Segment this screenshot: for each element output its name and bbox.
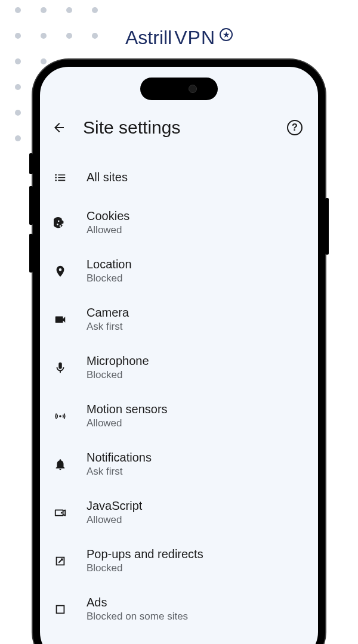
- setting-popups[interactable]: Pop-ups and redirects Blocked: [46, 537, 312, 585]
- setting-all-sites[interactable]: All sites: [46, 156, 312, 199]
- setting-javascript[interactable]: JavaScript Allowed: [46, 488, 312, 537]
- list-icon: [52, 169, 69, 185]
- setting-notifications[interactable]: Notifications Ask first: [46, 440, 312, 488]
- page-title: Site settings: [83, 117, 287, 138]
- setting-status: Allowed: [87, 417, 168, 429]
- setting-label: Pop-ups and redirects: [87, 547, 203, 561]
- setting-ads[interactable]: Ads Blocked on some sites: [46, 585, 312, 633]
- setting-camera[interactable]: Camera Ask first: [46, 295, 312, 343]
- setting-microphone[interactable]: Microphone Blocked: [46, 343, 312, 392]
- location-icon: [52, 263, 69, 280]
- help-button[interactable]: ?: [287, 120, 303, 135]
- setting-label: Cookies: [87, 209, 129, 223]
- setting-background-sync[interactable]: Background sync Allowed: [46, 633, 312, 644]
- bell-icon: [52, 456, 69, 473]
- setting-label: Motion sensors: [87, 402, 168, 416]
- phone-side-button: [325, 198, 329, 255]
- back-button[interactable]: [52, 120, 66, 135]
- setting-status: Allowed: [87, 514, 142, 526]
- ads-icon: [52, 601, 69, 618]
- phone-frame: Site settings ? All sites Cookies: [33, 60, 325, 644]
- setting-label: Ads: [87, 596, 188, 609]
- setting-status: Blocked on some sites: [87, 611, 188, 623]
- setting-status: Blocked: [87, 369, 149, 381]
- setting-status: Ask first: [87, 466, 152, 478]
- arrow-left-icon: [52, 120, 66, 135]
- settings-list: All sites Cookies Allowed Location B: [46, 150, 312, 644]
- setting-motion-sensors[interactable]: Motion sensors Allowed: [46, 392, 312, 440]
- setting-label: Microphone: [87, 354, 149, 368]
- phone-screen: Site settings ? All sites Cookies: [40, 67, 318, 644]
- phone-side-button: [29, 186, 33, 225]
- setting-label: Notifications: [87, 451, 152, 465]
- motion-icon: [52, 408, 69, 425]
- camera-icon: [52, 311, 69, 328]
- setting-label: Location: [87, 258, 132, 271]
- popup-icon: [52, 553, 69, 569]
- setting-status: Ask first: [87, 321, 129, 333]
- header-bar: Site settings ?: [46, 112, 312, 150]
- setting-label: Camera: [87, 306, 129, 320]
- phone-side-button: [29, 153, 33, 174]
- setting-status: Allowed: [87, 224, 129, 236]
- question-icon: ?: [292, 122, 298, 133]
- microphone-icon: [52, 360, 69, 376]
- setting-cookies[interactable]: Cookies Allowed: [46, 199, 312, 247]
- setting-label: JavaScript: [87, 499, 142, 513]
- setting-status: Blocked: [87, 273, 132, 284]
- setting-label: All sites: [87, 171, 128, 184]
- setting-location[interactable]: Location Blocked: [46, 247, 312, 295]
- phone-side-button: [29, 234, 33, 273]
- setting-status: Blocked: [87, 562, 203, 574]
- astrillvpn-logo: AstrillVPN ★: [125, 27, 233, 49]
- star-badge-icon: ★: [220, 28, 233, 41]
- javascript-icon: [52, 504, 69, 521]
- cookie-icon: [52, 215, 69, 231]
